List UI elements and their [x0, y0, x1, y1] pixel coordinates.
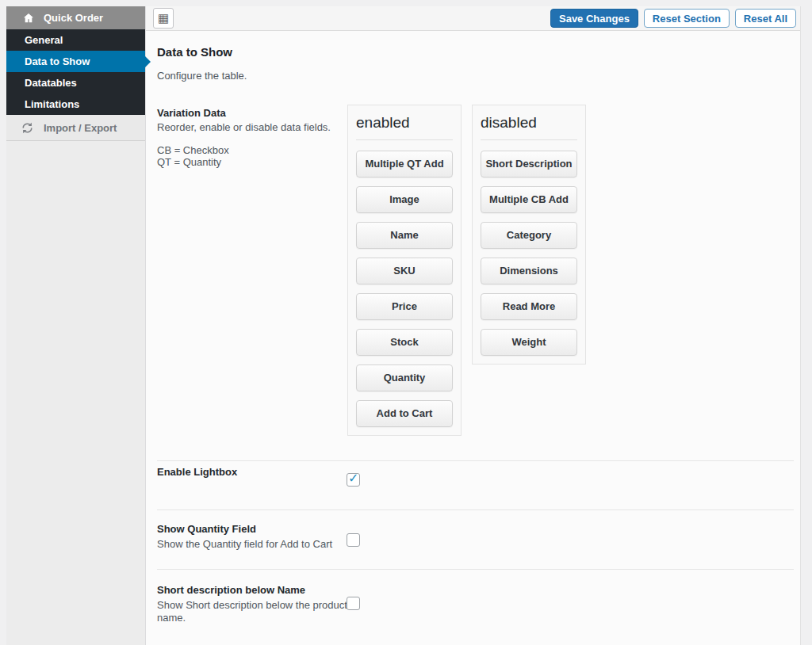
sortable-item-price[interactable]: Price: [356, 293, 453, 320]
disabled-panel: disabled Short Description Multiple CB A…: [472, 105, 586, 364]
enabled-panel: enabled Multiple QT Add Image Name SKU P…: [347, 105, 462, 436]
sortable-item-weight[interactable]: Weight: [481, 329, 577, 356]
variation-data-label: Variation Data: [157, 107, 226, 119]
sidebar-item-general[interactable]: General: [6, 29, 145, 51]
sortable-item-sku[interactable]: SKU: [356, 258, 453, 284]
main-panel: ▦ Save Changes Reset Section Reset All D…: [145, 6, 801, 645]
sortable-item-quantity[interactable]: Quantity: [356, 364, 453, 391]
disabled-panel-items: Short Description Multiple CB Add Catego…: [473, 140, 585, 364]
sortable-item-dimensions[interactable]: Dimensions: [481, 258, 577, 284]
sidebar-header[interactable]: Quick Order: [6, 6, 145, 29]
sidebar-item-datatables[interactable]: Datatables: [6, 72, 145, 94]
sidebar-title: Quick Order: [44, 12, 103, 24]
row-divider: [157, 510, 794, 510]
variation-data-legend: CB = Checkbox QT = Quantity: [157, 144, 229, 168]
legend-line-cb: CB = Checkbox: [157, 144, 229, 156]
sortable-item-multiple-qt-add[interactable]: Multiple QT Add: [356, 151, 453, 177]
sortable-item-add-to-cart[interactable]: Add to Cart: [356, 400, 453, 427]
refresh-icon: [21, 121, 34, 135]
enabled-panel-items: Multiple QT Add Image Name SKU Price Sto…: [348, 140, 461, 435]
sortable-item-stock[interactable]: Stock: [356, 329, 453, 356]
save-changes-button[interactable]: Save Changes: [550, 9, 638, 28]
sortable-item-multiple-cb-add[interactable]: Multiple CB Add: [481, 186, 577, 213]
reset-section-button[interactable]: Reset Section: [644, 9, 730, 28]
active-item-arrow: [145, 56, 151, 67]
sortable-item-short-description[interactable]: Short Description: [481, 151, 577, 177]
page-subtitle: Configure the table.: [157, 70, 247, 82]
legend-line-qt: QT = Quantity: [157, 156, 229, 168]
variation-data-description: Reorder, enable or disable data fields.: [157, 121, 331, 134]
sortable-item-read-more[interactable]: Read More: [481, 293, 577, 320]
page-title: Data to Show: [157, 45, 232, 59]
content-area: Data to Show Configure the table. Variat…: [145, 31, 800, 645]
toolbar: ▦ Save Changes Reset Section Reset All: [145, 6, 800, 31]
show-quantity-field-description: Show the Quantity field for Add to Cart: [157, 538, 363, 551]
reset-all-button[interactable]: Reset All: [735, 9, 796, 28]
sidebar-item-import-export[interactable]: Import / Export: [6, 115, 145, 141]
table-view-button[interactable]: ▦: [153, 8, 174, 29]
sidebar-item-label: Limitations: [25, 98, 79, 110]
table-icon: ▦: [158, 11, 169, 25]
sortable-item-category[interactable]: Category: [481, 222, 577, 249]
sidebar-item-label: General: [25, 34, 63, 46]
show-quantity-field-checkbox[interactable]: [347, 533, 360, 547]
sidebar-item-label: Data to Show: [25, 55, 90, 67]
sidebar-item-label: Datatables: [25, 77, 77, 89]
sidebar-item-limitations[interactable]: Limitations: [6, 94, 145, 115]
enabled-panel-header: enabled: [356, 113, 453, 140]
short-description-below-name-label: Short description below Name: [157, 584, 305, 596]
settings-page: Quick Order General Data to Show Datatab…: [0, 0, 812, 645]
home-icon: [22, 12, 35, 25]
row-divider: [157, 569, 794, 570]
enable-lightbox-checkbox[interactable]: [347, 473, 360, 487]
sidebar-item-data-to-show[interactable]: Data to Show: [6, 51, 145, 72]
show-quantity-field-label: Show Quantity Field: [157, 523, 256, 535]
sidebar: Quick Order General Data to Show Datatab…: [6, 6, 146, 645]
sortable-item-image[interactable]: Image: [356, 186, 453, 213]
enable-lightbox-label: Enable Lightbox: [157, 466, 237, 478]
short-description-below-name-description: Show Short description below the product…: [157, 599, 351, 624]
sortable-item-name[interactable]: Name: [356, 222, 453, 249]
sidebar-item-label: Import / Export: [44, 122, 117, 134]
short-description-below-name-checkbox[interactable]: [347, 597, 360, 610]
row-divider: [157, 460, 794, 461]
disabled-panel-header: disabled: [481, 113, 577, 140]
